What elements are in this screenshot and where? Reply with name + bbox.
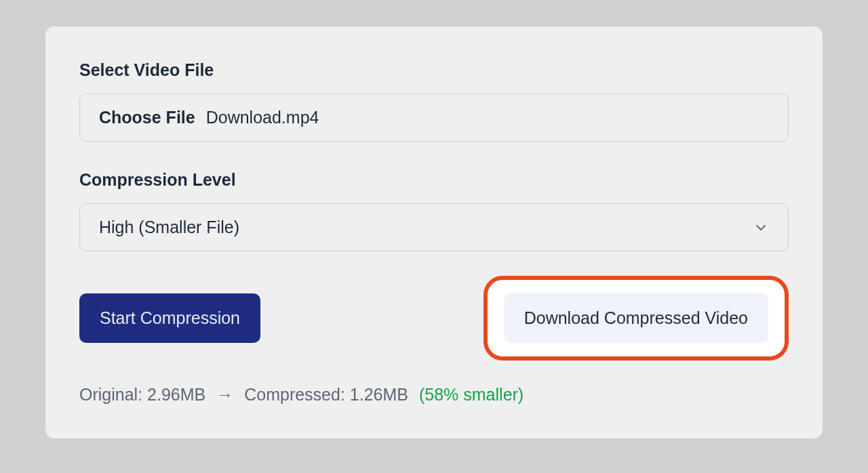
compression-level-select[interactable]: High (Smaller File) [79, 203, 789, 251]
start-compression-button[interactable]: Start Compression [79, 293, 260, 343]
original-size: Original: 2.96MB [79, 385, 205, 405]
download-compressed-button[interactable]: Download Compressed Video [504, 293, 768, 343]
button-row: Start Compression Download Compressed Vi… [79, 276, 789, 361]
compression-stats: Original: 2.96MB → Compressed: 1.26MB (5… [79, 385, 789, 405]
choose-file-label: Choose File [99, 108, 195, 127]
reduction-percent: (58% smaller) [419, 385, 524, 405]
compression-level-label: Compression Level [79, 170, 789, 190]
compression-level-value: High (Smaller File) [99, 218, 239, 237]
chevron-down-icon [753, 220, 769, 236]
select-video-label: Select Video File [79, 60, 789, 80]
compression-level-select-wrapper: High (Smaller File) [79, 203, 789, 251]
compression-card: Select Video File Choose File Download.m… [45, 26, 823, 439]
arrow-icon: → [216, 385, 233, 405]
selected-file-name: Download.mp4 [206, 108, 319, 127]
download-highlight-box: Download Compressed Video [484, 276, 789, 361]
compressed-size: Compressed: 1.26MB [244, 385, 408, 405]
file-input[interactable]: Choose File Download.mp4 [79, 94, 789, 142]
